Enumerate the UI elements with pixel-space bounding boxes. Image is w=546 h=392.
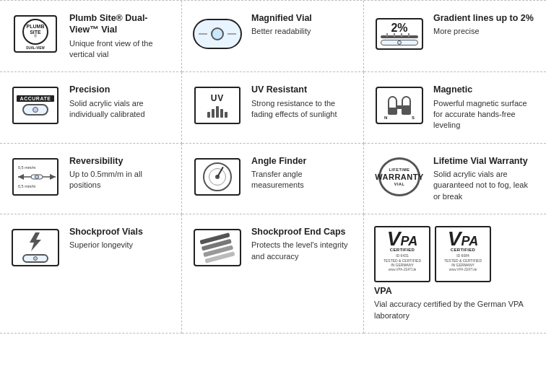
angle-text: Angle Finder Transfer angle measurements: [251, 155, 353, 191]
feature-magnetic: N S Magnetic Powerful magnetic surface f…: [364, 72, 546, 143]
warranty-desc: Solid acrylic vials are guaranteed not t…: [433, 169, 536, 202]
svg-point-4: [35, 175, 39, 178]
warranty-icon: LIFETIME WARRANTY VIAL: [374, 155, 425, 199]
magnified-title: Magnified Vial: [251, 12, 353, 24]
warranty-title: Lifetime Vial Warranty: [433, 155, 536, 167]
reversibility-title: Reversibility: [69, 155, 171, 167]
feature-gradient: 2% Gradient lines up to 2% More precise: [364, 1, 546, 72]
vpa-text: VPA CERTIFIED ID 6431 TESTED & CERTIFIED…: [374, 226, 536, 321]
magnified-desc: Better readability: [251, 26, 353, 37]
endcap-desc: Protects the level's integrity and accur…: [251, 240, 353, 262]
shock-vial-text: Shockproof Vials Superior longevity: [69, 226, 171, 251]
magnified-text: Magnified Vial Better readability: [251, 12, 353, 38]
endcap-icon: [192, 226, 243, 269]
angle-title: Angle Finder: [251, 155, 353, 167]
plumb-site-icon: PLUMB SITE ® DUAL-VIEW: [10, 12, 61, 56]
svg-marker-2: [50, 174, 56, 180]
magnetic-title: Magnetic: [433, 84, 536, 95]
feature-reversibility: 0,5 mm/m 0,5 mm/m Reversibility: [0, 144, 182, 214]
endcap-text: Shockproof End Caps Protects the level's…: [251, 226, 353, 262]
magnetic-text: Magnetic Powerful magnetic surface for a…: [433, 84, 536, 131]
vpa-title: VPA: [374, 285, 536, 297]
precision-icon: ACCURATE: [10, 84, 61, 127]
vpa-certified-1: CERTIFIED: [390, 248, 415, 253]
magnetic-desc: Powerful magnetic surface for accurate h…: [433, 98, 536, 131]
accurate-label: ACCURATE: [17, 95, 55, 102]
shock-vial-desc: Superior longevity: [69, 240, 171, 251]
feature-shock-vial: Shockproof Vials Superior longevity: [0, 214, 182, 334]
vpa-certified-2: CERTIFIED: [451, 248, 475, 253]
feature-vpa: VPA CERTIFIED ID 6431 TESTED & CERTIFIED…: [364, 214, 546, 334]
vpa-badge-2: VPA CERTIFIED ID 6084 TESTED & CERTIFIED…: [435, 226, 491, 282]
vpa-desc: Vial accuracy certified by the German VP…: [374, 299, 536, 321]
gradient-text: Gradient lines up to 2% More precise: [433, 12, 536, 38]
feature-precision: ACCURATE Precision Solid acrylic vials a…: [0, 72, 182, 143]
gradient-icon: 2%: [374, 12, 425, 56]
feature-plumb-site: PLUMB SITE ® DUAL-VIEW Plumb Site® Dual-…: [0, 1, 182, 72]
plumb-site-text: Plumb Site® Dual-View™ Vial Unique front…: [69, 12, 171, 60]
warranty-text: Lifetime Vial Warranty Solid acrylic via…: [433, 155, 536, 202]
reversibility-icon: 0,5 mm/m 0,5 mm/m: [10, 155, 61, 199]
vpa-logo-2: VPA: [448, 230, 478, 248]
svg-marker-1: [18, 174, 24, 180]
shockproof-vial-icon: [10, 226, 61, 269]
vpa-tested-1: TESTED & CERTIFIED IN GERMANY www.VPA-ZE…: [384, 258, 421, 272]
vpa-tested-2: TESTED & CERTIFIED IN GERMANY www.VPA-ZE…: [444, 258, 482, 272]
endcap-title: Shockproof End Caps: [251, 226, 353, 238]
magnified-icon: [192, 12, 243, 56]
vpa-logo-1: VPA: [387, 230, 417, 248]
vpa-badges: VPA CERTIFIED ID 6431 TESTED & CERTIFIED…: [374, 226, 536, 282]
uv-icon: UV: [192, 84, 243, 127]
uv-title: UV Resistant: [251, 84, 353, 95]
plumb-site-title: Plumb Site® Dual-View™ Vial: [69, 12, 171, 36]
precision-desc: Solid acrylic vials are individually cal…: [69, 98, 171, 121]
reversibility-desc: Up to 0.5mm/m in all positions: [69, 169, 171, 191]
uv-desc: Strong resistance to the fading effects …: [251, 98, 353, 121]
feature-uv: UV UV Resistant Strong resistance to the…: [182, 72, 364, 143]
gradient-desc: More precise: [433, 26, 536, 37]
feature-warranty: LIFETIME WARRANTY VIAL Lifetime Vial War…: [364, 144, 546, 214]
uv-text: UV Resistant Strong resistance to the fa…: [251, 84, 353, 120]
magnetic-icon: N S: [374, 84, 425, 127]
angle-desc: Transfer angle measurements: [251, 169, 353, 191]
features-grid: PLUMB SITE ® DUAL-VIEW Plumb Site® Dual-…: [0, 0, 546, 334]
angle-finder-icon: [192, 155, 243, 199]
reversibility-text: Reversibility Up to 0.5mm/m in all posit…: [69, 155, 171, 191]
vpa-badge-1: VPA CERTIFIED ID 6431 TESTED & CERTIFIED…: [374, 226, 430, 282]
precision-text: Precision Solid acrylic vials are indivi…: [69, 84, 171, 120]
svg-marker-5: [30, 232, 41, 251]
feature-magnified: Magnified Vial Better readability: [182, 1, 364, 72]
feature-endcap: Shockproof End Caps Protects the level's…: [182, 214, 364, 334]
plumb-site-desc: Unique front view of the vertical vial: [69, 38, 171, 61]
gradient-title: Gradient lines up to 2%: [433, 12, 536, 24]
shock-vial-title: Shockproof Vials: [69, 226, 171, 238]
feature-angle: Angle Finder Transfer angle measurements: [182, 144, 364, 214]
precision-title: Precision: [69, 84, 171, 95]
